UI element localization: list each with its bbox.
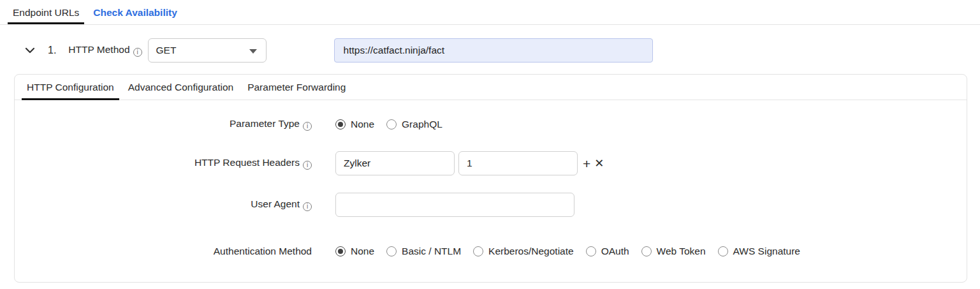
header-value-input[interactable] [458, 151, 578, 175]
collapse-toggle[interactable] [24, 46, 36, 55]
radio-label: Web Token [657, 246, 706, 257]
http-method-label: HTTP Methodi [68, 44, 142, 57]
radio-auth-basic-ntlm[interactable]: Basic / NTLM [386, 246, 461, 257]
radio-parameter-type-graphql[interactable]: GraphQL [386, 119, 442, 130]
endpoint-row: 1. HTTP Methodi GET [0, 38, 980, 63]
tab-advanced-configuration[interactable]: Advanced Configuration [123, 75, 238, 100]
add-header-icon[interactable]: + [583, 157, 590, 170]
http-method-label-text: HTTP Method [68, 44, 129, 55]
radio-label: OAuth [601, 246, 629, 257]
parameter-type-label-text: Parameter Type [230, 118, 300, 129]
authentication-method-label-text: Authentication Method [214, 246, 312, 256]
http-request-headers-controls: + ✕ [335, 151, 604, 175]
radio-label: AWS Signature [733, 246, 800, 257]
radio-icon [386, 119, 397, 130]
endpoint-index: 1. [48, 45, 56, 56]
tab-parameter-forwarding[interactable]: Parameter Forwarding [242, 75, 351, 100]
authentication-method-label: Authentication Method [15, 246, 312, 257]
user-agent-label-text: User Agent [251, 198, 300, 209]
radio-icon [386, 246, 397, 256]
radio-label: Basic / NTLM [402, 246, 461, 257]
top-tabbar: Endpoint URLs Check Availability [0, 0, 980, 25]
radio-auth-none[interactable]: None [335, 246, 374, 257]
tab-http-configuration[interactable]: HTTP Configuration [22, 75, 119, 100]
config-panel: HTTP Configuration Advanced Configuratio… [14, 74, 967, 283]
radio-icon [641, 246, 652, 256]
header-name-input[interactable] [335, 151, 455, 175]
radio-label: None [351, 246, 374, 257]
user-agent-controls [335, 193, 574, 217]
radio-parameter-type-none[interactable]: None [335, 119, 374, 130]
radio-label: GraphQL [402, 119, 442, 130]
http-method-select[interactable]: GET [148, 38, 267, 63]
radio-auth-kerberos-negotiate[interactable]: Kerberos/Negotiate [473, 246, 574, 257]
tab-check-availability[interactable]: Check Availability [88, 2, 182, 24]
radio-icon [586, 246, 596, 256]
radio-auth-aws-signature[interactable]: AWS Signature [718, 246, 800, 257]
http-request-headers-label: HTTP Request Headersi [15, 157, 312, 170]
info-icon[interactable]: i [303, 161, 312, 170]
remove-header-icon[interactable]: ✕ [594, 158, 604, 169]
parameter-type-options: None GraphQL [335, 119, 455, 130]
radio-auth-web-token[interactable]: Web Token [641, 246, 706, 257]
info-icon[interactable]: i [303, 122, 312, 131]
radio-label: Kerberos/Negotiate [488, 246, 574, 257]
authentication-method-options: None Basic / NTLM Kerberos/Negotiate OAu… [335, 246, 812, 257]
user-agent-row: User Agenti [15, 193, 967, 217]
endpoint-url-input[interactable] [334, 38, 653, 63]
radio-icon [335, 119, 346, 130]
info-icon[interactable]: i [303, 202, 312, 211]
http-request-headers-row: HTTP Request Headersi + ✕ [15, 151, 967, 175]
radio-icon [335, 246, 346, 256]
user-agent-label: User Agenti [15, 198, 312, 211]
user-agent-input[interactable] [335, 193, 574, 217]
http-request-headers-label-text: HTTP Request Headers [194, 157, 300, 168]
parameter-type-label: Parameter Typei [15, 118, 312, 131]
radio-icon [473, 246, 483, 256]
chevron-down-icon [25, 47, 35, 54]
config-tabbar: HTTP Configuration Advanced Configuratio… [15, 75, 967, 100]
authentication-method-row: Authentication Method None Basic / NTLM … [15, 242, 967, 261]
radio-label: None [351, 119, 374, 130]
radio-auth-oauth[interactable]: OAuth [586, 246, 629, 257]
parameter-type-row: Parameter Typei None GraphQL [15, 115, 967, 134]
caret-down-icon [249, 49, 257, 54]
http-method-value: GET [156, 45, 177, 56]
tab-endpoint-urls[interactable]: Endpoint URLs [8, 2, 84, 24]
radio-icon [718, 246, 728, 256]
info-icon[interactable]: i [133, 48, 142, 57]
